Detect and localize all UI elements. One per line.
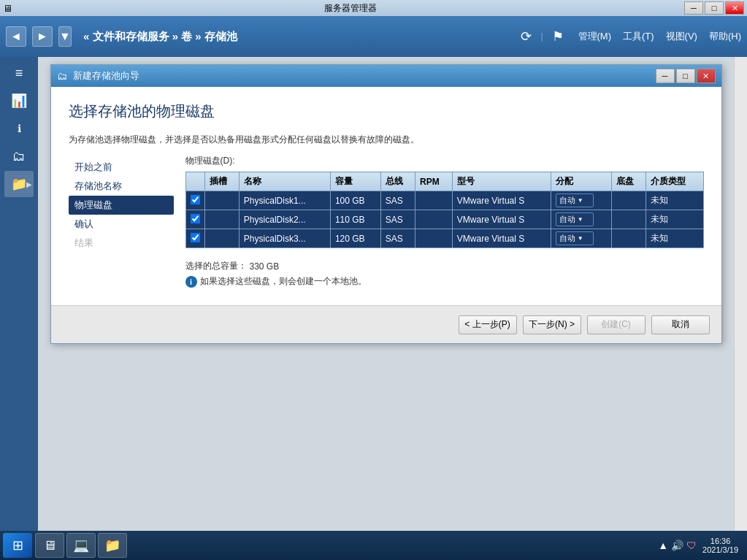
nav-item-physical-disk[interactable]: 物理磁盘 [69,196,174,215]
menu-tools[interactable]: 工具(T) [623,30,654,43]
disk-rpm-0 [415,191,453,210]
dialog-content: 选择存储池的物理磁盘 为存储池选择物理磁盘，并选择是否以热备用磁盘形式分配任何磁… [51,87,721,305]
breadcrumb: « 文件和存储服务 » 卷 » 存储池 [83,30,515,44]
dropdown-arrow-0: ▼ [578,197,583,204]
disk-capacity-0: 100 GB [330,191,380,210]
disk-chassis-1 [612,210,646,229]
menu-help[interactable]: 帮助(H) [709,30,741,43]
menu-view[interactable]: 视图(V) [666,30,697,43]
disk-allocation-0[interactable]: 自动 ▼ [551,191,611,210]
disk-row-0[interactable]: PhysicalDisk1... 100 GB SAS VMware Virtu… [185,191,703,210]
disk-row-2[interactable]: PhysicalDisk3... 120 GB SAS VMware Virtu… [185,229,703,248]
dialog-minimize-button[interactable]: ─ [656,69,675,83]
total-capacity-value: 330 GB [250,261,280,272]
total-capacity-label: 选择的总容量： [185,260,247,272]
forward-button[interactable]: ► [32,26,53,47]
back-button[interactable]: ◄ [6,26,26,47]
disk-rpm-2 [415,229,453,248]
disk-name-2: PhysicalDisk3... [239,229,330,248]
app-toolbar: ◄ ► ▼ « 文件和存储服务 » 卷 » 存储池 ⟳ | ⚑ 管理(M) 工具… [0,16,747,57]
disk-checkbox-2[interactable] [191,233,200,242]
disk-slot-0 [204,191,239,210]
app-icon: 🖥 [3,3,12,14]
taskbar-app-3[interactable]: 📁 [98,533,127,558]
dialog-overlay: 🗂 新建存储池向导 ─ □ ✕ 选择存储池的物理磁盘 为存储池选择物理磁盘，并选… [38,57,734,531]
disk-checkbox-cell-0[interactable] [185,191,204,210]
nav-item-start[interactable]: 开始之前 [69,158,174,177]
dialog-heading: 选择存储池的物理磁盘 [69,101,704,121]
disk-row-1[interactable]: PhysicalDisk2... 110 GB SAS VMware Virtu… [185,210,703,229]
dialog-nav: 开始之前 存储池名称 物理磁盘 确认 结果 [69,155,185,291]
allocation-dropdown-2[interactable]: 自动 ▼ [556,231,594,245]
col-name: 名称 [239,172,330,191]
window-controls: ─ □ ✕ [684,1,744,15]
taskbar-app-1[interactable]: 🖥 [35,533,64,558]
physical-disks-label: 物理磁盘(D): [185,155,704,167]
disk-slot-2 [204,229,239,248]
sidebar-icon-info[interactable]: ℹ [4,115,34,142]
close-button[interactable]: ✕ [725,1,744,15]
allocation-dropdown-1[interactable]: 自动 ▼ [556,212,594,226]
allocation-dropdown-0[interactable]: 自动 ▼ [556,193,594,207]
col-bus: 总线 [380,172,415,191]
info-message: 如果选择这些磁盘，则会创建一个本地池。 [200,275,367,288]
disk-media-type-0: 未知 [646,191,703,210]
disk-allocation-2[interactable]: 自动 ▼ [551,229,611,248]
scrollbar[interactable] [734,57,747,531]
disk-checkbox-cell-1[interactable] [185,210,204,229]
dialog-title: 新建存储池向导 [73,69,656,83]
audio-icon: 🔊 [671,540,683,551]
dialog-maximize-button[interactable]: □ [676,69,695,83]
main-titlebar: 🖥 服务器管理器 ─ □ ✕ [0,0,747,16]
taskbar-system-icons: ▲ 🔊 🛡 [658,540,697,551]
main-content: 🗂 新建存储池向导 ─ □ ✕ 选择存储池的物理磁盘 为存储池选择物理磁盘，并选… [38,57,734,531]
sidebar-icon-dashboard[interactable]: 📊 [4,88,34,114]
disk-model-2: VMware Virtual S [452,229,551,248]
security-icon: 🛡 [686,540,697,551]
taskbar-app-2[interactable]: 💻 [66,533,96,558]
disk-name-0: PhysicalDisk1... [239,191,330,210]
main-window-title: 服务器管理器 [17,2,684,15]
disk-bus-2: SAS [380,229,415,248]
info-message-row: i 如果选择这些磁盘，则会创建一个本地池。 [185,275,704,288]
start-button[interactable]: ⊞ [3,533,32,558]
nav-item-pool-name[interactable]: 存储池名称 [69,177,174,196]
dialog-close-button[interactable]: ✕ [697,69,716,83]
disk-checkbox-1[interactable] [191,214,200,223]
col-allocation: 分配 [551,172,611,191]
prev-button[interactable]: < 上一步(P) [459,315,517,334]
nav-item-confirm[interactable]: 确认 [69,215,174,234]
dialog-description: 为存储池选择物理磁盘，并选择是否以热备用磁盘形式分配任何磁盘以替换有故障的磁盘。 [69,133,704,146]
maximize-button[interactable]: □ [705,1,724,15]
col-model: 型号 [452,172,551,191]
disk-checkbox-cell-2[interactable] [185,229,204,248]
cancel-button[interactable]: 取消 [651,315,710,334]
disk-media-type-1: 未知 [646,210,703,229]
taskbar-time-display: 16:36 [702,537,738,545]
sidebar-icon-menu[interactable]: ≡ [4,60,34,86]
taskbar-date-display: 2021/3/19 [702,545,738,554]
col-media-type: 介质类型 [646,172,703,191]
refresh-icon[interactable]: ⟳ [521,28,532,45]
info-icon: i [185,276,197,288]
taskbar: ⊞ 🖥 💻 📁 ▲ 🔊 🛡 16:36 2021/3/19 [0,531,747,560]
disk-bus-1: SAS [380,210,415,229]
sidebar-icon-storage[interactable]: 🗂 [4,143,34,169]
disk-slot-1 [204,210,239,229]
total-capacity-row: 选择的总容量： 330 GB [185,260,704,272]
taskbar-clock[interactable]: 16:36 2021/3/19 [702,537,738,554]
disk-checkbox-0[interactable] [191,195,200,204]
menu-manage[interactable]: 管理(M) [578,30,612,43]
col-slot: 插槽 [204,172,239,191]
disk-allocation-1[interactable]: 自动 ▼ [551,210,611,229]
next-button[interactable]: 下一步(N) > [523,315,581,334]
flag-icon[interactable]: ⚑ [552,28,564,45]
minimize-button[interactable]: ─ [684,1,703,15]
dialog-body: 开始之前 存储池名称 物理磁盘 确认 结果 物理磁盘(D): [69,155,704,291]
start-icon: ⊞ [12,537,23,553]
col-checkbox [185,172,204,191]
sidebar-icon-files[interactable]: 📁 ▶ [4,171,34,197]
dropdown-button[interactable]: ▼ [58,26,72,47]
create-button[interactable]: 创建(C) [587,315,646,334]
dialog-footer-info: 选择的总容量： 330 GB i 如果选择这些磁盘，则会创建一个本地池。 [185,260,704,288]
